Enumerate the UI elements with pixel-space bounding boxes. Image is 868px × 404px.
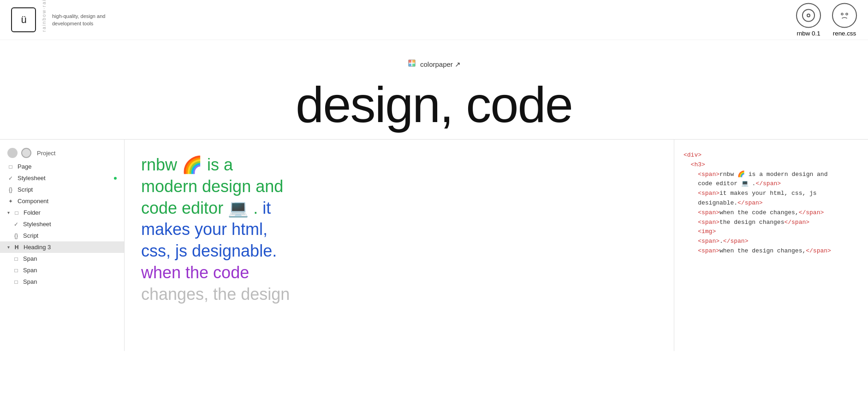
sidebar-item-heading3[interactable]: ▾ H Heading 3	[0, 241, 124, 253]
text-when-code: when the code	[141, 263, 249, 282]
colorpaper-label: colorpaper ↗	[420, 60, 461, 69]
rnbw-label: rnbw 0.1	[797, 30, 820, 37]
rnbw-button[interactable]: rnbw 0.1	[796, 3, 821, 37]
sidebar: Project □ Page ✓ Stylesheet {} Script ✦ …	[0, 139, 125, 351]
svg-point-0	[841, 13, 843, 15]
code-panel: <div> <h3> <span>rnbw 🌈 is a modern desi…	[674, 139, 868, 351]
sidebar-item-span-3[interactable]: □ Span	[0, 276, 124, 287]
svg-rect-4	[412, 60, 415, 63]
svg-point-1	[846, 13, 848, 15]
svg-rect-3	[409, 60, 411, 63]
text-changes: changes, the design	[141, 285, 290, 304]
span-icon-3: □	[13, 279, 19, 285]
heading-chevron-icon: ▾	[7, 245, 10, 250]
sidebar-item-span-1[interactable]: □ Span	[0, 253, 124, 264]
sidebar-item-page[interactable]: □ Page	[0, 161, 124, 172]
tagline: high-quality, design and development too…	[52, 12, 107, 28]
rene-icon	[832, 3, 857, 28]
stylesheet-icon-2: ✓	[13, 221, 19, 228]
active-dot	[114, 177, 117, 180]
avatar-2	[21, 148, 31, 158]
sidebar-header: Project	[0, 145, 124, 161]
content-text: rnbw 🌈 is amodern design andcode editor …	[141, 154, 657, 305]
sidebar-label-span-3: Span	[23, 278, 37, 285]
sidebar-label-heading3: Heading 3	[24, 244, 51, 251]
avatar-1	[7, 148, 18, 158]
sidebar-label-span-2: Span	[23, 267, 37, 274]
code-line-5: <span>it makes your html, css, js	[684, 189, 859, 199]
sidebar-label-stylesheet: Stylesheet	[18, 175, 46, 182]
sidebar-item-folder[interactable]: ▾ □ Folder	[0, 207, 124, 218]
script-icon: {}	[7, 187, 14, 193]
logo-icon: ü	[11, 7, 36, 32]
code-line-7: <span>when the code changes,</span>	[684, 208, 859, 218]
sidebar-item-span-2[interactable]: □ Span	[0, 264, 124, 276]
sidebar-label-stylesheet-2: Stylesheet	[23, 221, 51, 228]
sidebar-item-script-2[interactable]: {} Script	[0, 230, 124, 241]
rene-button[interactable]: rene.css	[832, 3, 857, 37]
header-right: rnbw 0.1 rene.css	[796, 3, 857, 37]
script-icon-2: {}	[13, 233, 19, 239]
sidebar-label-script-2: Script	[23, 232, 38, 239]
span-icon-2: □	[13, 267, 19, 274]
sidebar-item-script[interactable]: {} Script	[0, 184, 124, 195]
code-line-2: <h3>	[684, 160, 859, 170]
span-icon-1: □	[13, 256, 19, 262]
stylesheet-icon: ✓	[7, 175, 14, 182]
rainbow-text: rainbow·rainbow	[42, 8, 47, 32]
rene-label: rene.css	[833, 30, 856, 37]
sidebar-item-stylesheet-2[interactable]: ✓ Stylesheet	[0, 218, 124, 230]
project-label: Project	[37, 150, 55, 157]
sidebar-item-stylesheet[interactable]: ✓ Stylesheet	[0, 172, 124, 184]
page-icon: □	[7, 164, 14, 170]
hero-section: colorpaper ↗ design, code	[0, 40, 868, 139]
text-dot: .	[249, 199, 262, 217]
component-icon: ✦	[7, 198, 14, 205]
svg-rect-5	[409, 64, 411, 66]
folder-icon: □	[13, 210, 20, 216]
heading-h-icon: H	[13, 244, 20, 251]
hero-title: design, code	[0, 79, 868, 130]
sidebar-label-page: Page	[18, 163, 31, 170]
rnbw-icon	[796, 3, 821, 28]
main-layout: Project □ Page ✓ Stylesheet {} Script ✦ …	[0, 139, 868, 351]
code-line-9: <img>	[684, 227, 859, 237]
rainbow-emoji: 🌈	[182, 155, 202, 174]
sidebar-label-span-1: Span	[23, 255, 37, 262]
svg-rect-6	[412, 64, 415, 66]
code-line-4: code editor 💻 .</span>	[684, 179, 859, 189]
sidebar-label-component: Component	[18, 198, 48, 205]
code-line-11: <span>when the design changes,</span>	[684, 246, 859, 256]
main-content: rnbw 🌈 is amodern design andcode editor …	[125, 139, 674, 351]
sidebar-item-component[interactable]: ✦ Component	[0, 195, 124, 207]
header: ü rainbow·rainbow high-quality, design a…	[0, 0, 868, 40]
logo-area: ü rainbow·rainbow high-quality, design a…	[11, 7, 107, 32]
sidebar-label-folder: Folder	[24, 209, 41, 216]
colorpaper-icon	[407, 59, 416, 70]
rnbw-dot	[807, 14, 810, 18]
colorpaper-link[interactable]: colorpaper ↗	[407, 59, 461, 70]
sidebar-label-script: Script	[18, 186, 33, 193]
code-line-3: <span>rnbw 🌈 is a modern design and	[684, 170, 859, 180]
code-line-6: designable.</span>	[684, 199, 859, 208]
code-block: <div> <h3> <span>rnbw 🌈 is a modern desi…	[684, 151, 859, 256]
code-line-8: <span>the design changes</span>	[684, 218, 859, 228]
code-line-10: <span>.</span>	[684, 237, 859, 246]
rnbw-inner-circle	[802, 9, 815, 22]
text-rnbw: rnbw	[141, 155, 182, 174]
laptop-emoji: 💻	[228, 199, 249, 217]
chevron-icon: ▾	[7, 210, 10, 215]
code-line-1: <div>	[684, 151, 859, 160]
